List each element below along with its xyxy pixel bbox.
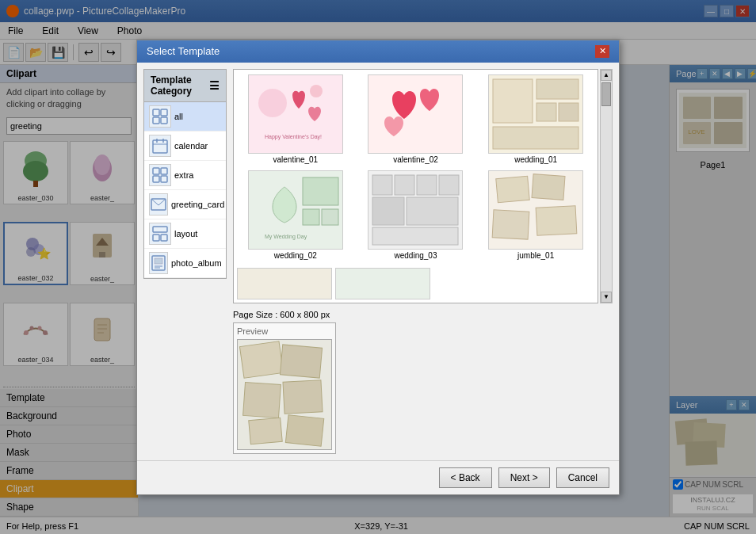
svg-rect-68 [417, 175, 437, 195]
template-name-wedding2: wedding_02 [274, 251, 317, 260]
template-name-wedding1: wedding_01 [514, 155, 557, 164]
svg-rect-29 [153, 109, 159, 116]
svg-rect-71 [407, 197, 458, 225]
svg-rect-67 [395, 175, 414, 195]
template-name-valentine2: valentine_02 [393, 155, 438, 164]
svg-rect-79 [239, 341, 283, 378]
dialog-close-button[interactable]: ✕ [595, 45, 609, 58]
svg-rect-82 [283, 380, 323, 413]
templates-scrollbar[interactable]: ▲ ▼ [600, 69, 613, 303]
scroll-up-arrow[interactable]: ▲ [601, 70, 612, 81]
svg-rect-38 [161, 168, 167, 174]
scroll-down-arrow[interactable]: ▼ [601, 292, 612, 303]
dialog-title-label: Select Template [147, 45, 220, 57]
svg-rect-55 [493, 79, 533, 123]
svg-rect-53 [368, 75, 462, 153]
cat-icon-calendar [149, 135, 171, 157]
svg-rect-66 [372, 175, 392, 195]
template-thumb-wedding3 [368, 170, 463, 250]
template-thumb-valentine2 [368, 74, 463, 154]
template-thumb-valentine1: Happy Valentine's Day! [248, 74, 343, 154]
category-menu-icon: ☰ [209, 79, 220, 92]
category-item-layout[interactable]: layout [144, 219, 226, 249]
next-button[interactable]: Next > [498, 467, 550, 488]
category-list: all calendar [143, 102, 227, 279]
svg-rect-44 [161, 235, 167, 241]
cat-label-all: all [174, 112, 183, 121]
template-thumb-jumble1 [488, 170, 583, 250]
svg-rect-83 [249, 418, 282, 444]
cat-icon-photoalbum [149, 252, 168, 274]
template-item-valentine1[interactable]: Happy Valentine's Day! valentine_01 [237, 73, 354, 166]
svg-rect-43 [153, 235, 159, 241]
cat-icon-extra [149, 164, 171, 186]
svg-rect-37 [153, 168, 159, 174]
cat-label-extra: extra [174, 170, 193, 180]
preview-box-container: Preview [233, 322, 336, 454]
svg-text:Happy Valentine's Day!: Happy Valentine's Day! [265, 134, 322, 140]
template-name-valentine1: valentine_01 [273, 155, 318, 164]
scroll-thumb[interactable] [601, 82, 611, 106]
template-thumb-wedding2: My Wedding Day [248, 170, 343, 250]
template-name-wedding3: wedding_03 [395, 251, 437, 260]
templates-scroll[interactable]: Happy Valentine's Day! valentine_01 [233, 69, 598, 303]
templates-row-extra [234, 265, 598, 303]
svg-rect-46 [155, 258, 162, 264]
svg-point-51 [310, 85, 323, 97]
svg-rect-81 [243, 382, 281, 418]
category-header-label: Template Category [151, 74, 209, 97]
svg-rect-72 [372, 227, 458, 245]
svg-rect-49 [249, 75, 342, 153]
cat-label-photoalbum: photo_album [171, 258, 222, 268]
preview-area: Page Size : 600 x 800 px Preview [233, 310, 613, 454]
cat-icon-layout [149, 223, 171, 245]
back-button[interactable]: < Back [439, 467, 492, 488]
cancel-button[interactable]: Cancel [556, 467, 609, 488]
svg-rect-70 [372, 197, 404, 225]
cat-icon-all [149, 105, 171, 128]
dialog-footer: < Back Next > Cancel [137, 460, 619, 494]
template-item-wedding3[interactable]: wedding_03 [357, 169, 475, 261]
template-item-wedding1[interactable]: wedding_01 [477, 73, 594, 166]
cat-label-greeting: greeting_card [171, 200, 224, 209]
svg-rect-75 [532, 174, 565, 200]
cat-label-layout: layout [174, 229, 197, 238]
cat-label-calendar: calendar [174, 141, 208, 151]
svg-text:My Wedding Day: My Wedding Day [265, 234, 307, 240]
svg-rect-33 [153, 140, 167, 153]
template-item-jumble1[interactable]: jumble_01 [477, 169, 594, 261]
category-item-greeting[interactable]: greeting_card [144, 190, 226, 219]
svg-rect-63 [322, 209, 338, 225]
svg-rect-59 [493, 127, 578, 149]
svg-rect-30 [161, 109, 167, 116]
preview-box [237, 339, 332, 450]
svg-rect-74 [496, 176, 529, 202]
svg-rect-76 [492, 209, 529, 238]
svg-rect-42 [153, 227, 167, 232]
template-item-wedding2[interactable]: My Wedding Day wedding_02 [237, 169, 354, 261]
cat-icon-greeting [149, 193, 168, 216]
category-item-calendar[interactable]: calendar [144, 132, 226, 161]
template-extra-2 [335, 268, 430, 299]
template-item-valentine2[interactable]: valentine_02 [357, 73, 475, 166]
category-item-extra[interactable]: extra [144, 161, 226, 190]
templates-grid: Happy Valentine's Day! valentine_01 [234, 70, 598, 265]
template-thumb-wedding1 [488, 74, 583, 154]
preview-box-title: Preview [237, 326, 332, 336]
template-extra-1 [237, 268, 332, 299]
svg-point-50 [258, 89, 287, 117]
svg-rect-56 [536, 79, 578, 99]
category-panel: Template Category ☰ [143, 69, 227, 454]
svg-rect-32 [161, 117, 167, 124]
template-name-jumble1: jumble_01 [517, 251, 554, 260]
svg-rect-31 [153, 117, 159, 124]
dialog-overlay: Select Template ✕ Template Category ☰ [0, 0, 756, 534]
templates-scroll-container: Happy Valentine's Day! valentine_01 [233, 69, 613, 303]
category-item-photoalbum[interactable]: photo_album [144, 249, 226, 278]
templates-area: Happy Valentine's Day! valentine_01 [233, 69, 613, 454]
preview-container: Preview [233, 322, 613, 454]
svg-rect-40 [161, 176, 167, 182]
category-item-all[interactable]: all [144, 102, 226, 132]
app-window: collage.pwp - PictureCollageMakerPro — □… [0, 0, 756, 534]
svg-rect-62 [303, 209, 319, 225]
